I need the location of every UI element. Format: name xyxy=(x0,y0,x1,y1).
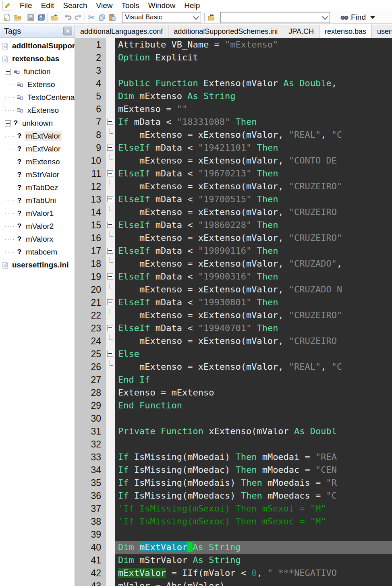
code-line-35[interactable]: 35If IsMissing(mMoedais) Then mMoedais =… xyxy=(75,476,392,489)
menu-item-view[interactable]: View xyxy=(92,1,117,10)
tree-item-additionalSupportedSchemes.ini[interactable]: additionalSupportedSchemes.ini xyxy=(0,39,75,52)
code-line-13[interactable]: 13ElseIf mData < "19700515" Then xyxy=(75,193,392,206)
fold-collapse-icon[interactable] xyxy=(107,351,113,357)
code-line-43[interactable]: 43mValor = Abs(mValor) xyxy=(75,580,392,586)
open-file-button[interactable] xyxy=(12,12,23,22)
cut-button[interactable]: ✄ xyxy=(86,12,97,22)
tab-additionalSupportedSchemes.ini[interactable]: additionalSupportedSchemes.ini xyxy=(168,25,283,38)
search-input[interactable] xyxy=(223,13,323,22)
tab-rextenso.bas[interactable]: rextenso.bas xyxy=(319,25,372,38)
tab-JPA.CH[interactable]: JPA.CH xyxy=(283,25,319,38)
collapse-icon[interactable] xyxy=(5,69,11,75)
reload-file-button[interactable] xyxy=(49,12,60,22)
fold-collapse-icon[interactable] xyxy=(107,273,113,280)
tree-item-xExtenso[interactable]: xExtenso xyxy=(0,104,75,117)
collapse-icon[interactable] xyxy=(5,120,11,126)
menu-item-help[interactable]: Help xyxy=(180,1,204,10)
undo-button[interactable] xyxy=(62,12,73,22)
code-line-7[interactable]: 7If mData < "18331008" Then xyxy=(75,116,392,128)
code-line-42[interactable]: 42mExtValor = IIf(mValor < 0, " ***NEGAT… xyxy=(75,567,392,580)
fold-collapse-icon[interactable] xyxy=(107,222,113,228)
code-line-2[interactable]: 2Option Explicit xyxy=(75,51,392,64)
find-button[interactable]: Find xyxy=(336,13,375,22)
find-in-files-button[interactable] xyxy=(206,12,216,22)
tree-item-mTabDez[interactable]: ?mTabDez xyxy=(0,181,75,194)
tree-item-mValor1[interactable]: ?mValor1 xyxy=(0,207,75,220)
fold-collapse-icon[interactable] xyxy=(107,145,113,151)
code-line-40[interactable]: 40Dim mExtValorAs String xyxy=(75,541,392,554)
code-line-10[interactable]: 10 mExtenso = xExtenso(mValor, "CONTO DE xyxy=(75,154,392,167)
code-line-16[interactable]: 16 mExtenso = xExtenso(mValor, "CRUZEIRO… xyxy=(75,232,392,244)
new-file-button[interactable] xyxy=(2,12,12,22)
code-line-24[interactable]: 24 mExtenso = xExtenso(mValor, "CRUZEIRO xyxy=(75,335,392,348)
language-select[interactable]: Visual Basic xyxy=(122,12,201,23)
code-line-28[interactable]: 28Extenso = mExtenso xyxy=(75,386,392,399)
code-line-3[interactable]: 3 xyxy=(75,64,392,77)
tree-item-Extenso[interactable]: Extenso xyxy=(0,78,75,91)
code-line-17[interactable]: 17ElseIf mData < "19890116" Then xyxy=(75,244,392,257)
tree-item-usersettings.ini[interactable]: usersettings.ini xyxy=(0,259,75,271)
tree-item-mExtValor[interactable]: ?mExtValor xyxy=(0,143,75,155)
code-line-23[interactable]: 23ElseIf mData < "19940701" Then xyxy=(75,322,392,335)
code-line-6[interactable]: 6mExtenso = "" xyxy=(75,103,392,116)
code-line-21[interactable]: 21ElseIf mData < "19930801" Then xyxy=(75,296,392,309)
fold-collapse-icon[interactable] xyxy=(107,170,113,176)
tab-usersettings.ini[interactable]: usersettings.ini xyxy=(372,25,392,38)
code-line-14[interactable]: 14 mExtenso = xExtenso(mValor, "CRUZEIRO xyxy=(75,206,392,219)
code-line-30[interactable]: 30 xyxy=(75,412,392,425)
paste-button[interactable] xyxy=(107,12,118,22)
code-line-4[interactable]: 4Public Function Extenso(mValor As Doubl… xyxy=(75,77,392,90)
code-line-25[interactable]: 25Else xyxy=(75,348,392,360)
code-line-34[interactable]: 34If IsMissing(mMoedac) Then mMoedac = "… xyxy=(75,464,392,476)
code-line-36[interactable]: 36If IsMissing(mMoedacs) Then mMoedacs =… xyxy=(75,489,392,502)
code-line-29[interactable]: 29End Function xyxy=(75,399,392,412)
copy-button[interactable] xyxy=(97,12,107,22)
code-editor[interactable]: 1Attribute VB_Name = "mExtenso"2Option E… xyxy=(75,38,392,586)
redo-button[interactable] xyxy=(73,12,83,22)
menu-item-file[interactable]: File xyxy=(15,1,37,10)
search-combobox[interactable] xyxy=(220,12,330,23)
fold-collapse-icon[interactable] xyxy=(107,119,113,125)
code-line-5[interactable]: 5Dim mExtenso As String xyxy=(75,90,392,103)
fold-collapse-icon[interactable] xyxy=(107,325,113,331)
tree-item-mValor2[interactable]: ?mValor2 xyxy=(0,220,75,233)
save-button[interactable] xyxy=(25,12,36,22)
code-line-9[interactable]: 9ElseIf mData < "19421101" Then xyxy=(75,141,392,154)
tree-item-TextoCentena[interactable]: TextoCentena xyxy=(0,91,75,104)
code-line-15[interactable]: 15ElseIf mData < "19860228" Then xyxy=(75,219,392,232)
code-line-32[interactable]: 32 xyxy=(75,438,392,451)
code-line-12[interactable]: 12 mExtenso = xExtenso(mValor, "CRUZEIRO… xyxy=(75,180,392,193)
code-line-19[interactable]: 19ElseIf mData < "19900316" Then xyxy=(75,270,392,283)
code-line-8[interactable]: 8 mExtenso = xExtenso(mValor, "REAL", "C xyxy=(75,128,392,141)
code-line-37[interactable]: 37'If IsMissing(mSexoi) Then mSexoi = "M… xyxy=(75,502,392,515)
code-line-33[interactable]: 33If IsMissing(mMoedai) Then mMoedai = "… xyxy=(75,451,392,464)
code-line-26[interactable]: 26 mExtenso = xExtenso(mValor, "REAL", "… xyxy=(75,360,392,373)
code-line-11[interactable]: 11ElseIf mData < "19670213" Then xyxy=(75,167,392,180)
code-line-31[interactable]: 31Private Function xExtenso(mValor As Do… xyxy=(75,425,392,438)
tree-item-mExtenso[interactable]: ?mExtenso xyxy=(0,155,75,168)
menu-item-search[interactable]: Search xyxy=(58,1,91,10)
menu-item-window[interactable]: Window xyxy=(144,1,180,10)
tree-item-mStrValor[interactable]: ?mStrValor xyxy=(0,168,75,181)
tree-item-mtabcem[interactable]: ?mtabcem xyxy=(0,246,75,259)
tab-additionalLanguages.conf[interactable]: additionalLanguages.conf xyxy=(75,25,168,38)
code-line-1[interactable]: 1Attribute VB_Name = "mExtenso" xyxy=(75,38,392,51)
fold-collapse-icon[interactable] xyxy=(107,299,113,305)
code-line-27[interactable]: 27End If xyxy=(75,373,392,386)
code-line-20[interactable]: 20 mExtenso = xExtenso(mValor, "CRUZADO … xyxy=(75,283,392,296)
save-all-button[interactable] xyxy=(36,12,46,22)
find-dropdown-icon[interactable] xyxy=(370,16,375,19)
close-icon[interactable]: ✕ xyxy=(63,27,72,35)
code-line-18[interactable]: 18 mExtenso = xExtenso(mValor, "CRUZADO"… xyxy=(75,257,392,270)
menu-item-tools[interactable]: Tools xyxy=(117,1,143,10)
fold-collapse-icon[interactable] xyxy=(107,196,113,202)
tree-item-rextenso.bas[interactable]: rextenso.bas xyxy=(0,52,75,65)
fold-collapse-icon[interactable] xyxy=(107,248,113,254)
code-line-38[interactable]: 38'If IsMissing(mSexoc) Then mSexoc = "M… xyxy=(75,515,392,528)
tree-item-mTabUni[interactable]: ?mTabUni xyxy=(0,194,75,207)
tree-item-mExtValor[interactable]: ?mExtValor xyxy=(0,130,75,143)
tree-item-mValorx[interactable]: ?mValorx xyxy=(0,233,75,246)
tree-item-unknown[interactable]: ?unknown xyxy=(0,117,75,130)
tree-item-function[interactable]: function xyxy=(0,65,75,78)
code-line-41[interactable]: 41Dim mStrValor As String xyxy=(75,554,392,567)
